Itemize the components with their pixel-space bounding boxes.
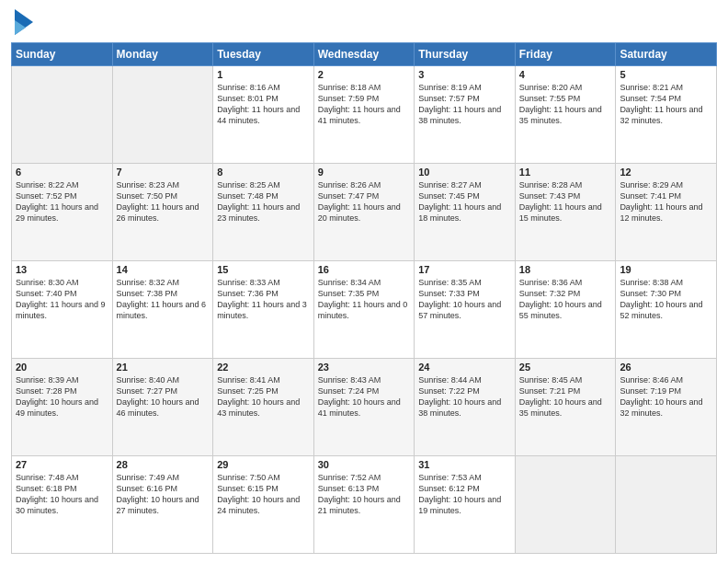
cell-text: Daylight: 10 hours and 38 minutes. [418,396,511,419]
calendar-cell: 16Sunrise: 8:34 AMSunset: 7:35 PMDayligh… [313,261,415,359]
calendar-cell: 14Sunrise: 8:32 AMSunset: 7:38 PMDayligh… [112,261,213,359]
cell-text: Sunset: 7:41 PM [620,190,712,201]
cell-text: Sunset: 7:35 PM [318,288,411,299]
day-header-friday: Friday [515,43,616,66]
cell-text: Sunrise: 8:20 AM [519,82,612,93]
calendar-cell: 19Sunrise: 8:38 AMSunset: 7:30 PMDayligh… [616,261,717,359]
cell-text: Daylight: 11 hours and 29 minutes. [16,201,108,224]
calendar-cell: 10Sunrise: 8:27 AMSunset: 7:45 PMDayligh… [415,164,516,261]
cell-text: Sunset: 6:13 PM [318,483,411,494]
calendar-cell: 2Sunrise: 8:18 AMSunset: 7:59 PMDaylight… [313,66,415,164]
calendar-cell [12,66,113,164]
cell-text: Sunset: 7:59 PM [318,93,411,104]
cell-text: Sunset: 7:43 PM [519,190,612,201]
cell-text: Daylight: 10 hours and 46 minutes. [117,396,210,419]
day-number: 20 [16,362,108,373]
cell-text: Daylight: 10 hours and 57 minutes. [418,299,511,321]
calendar-cell: 23Sunrise: 8:43 AMSunset: 7:24 PMDayligh… [313,359,415,456]
day-number: 15 [217,264,310,275]
calendar-cell: 13Sunrise: 8:30 AMSunset: 7:40 PMDayligh… [12,261,113,359]
cell-text: Sunrise: 8:33 AM [217,277,310,288]
day-number: 19 [620,264,712,275]
cell-text: Sunrise: 7:53 AM [418,472,511,483]
cell-text: Sunset: 7:32 PM [519,288,612,299]
cell-text: Daylight: 11 hours and 41 minutes. [318,104,411,126]
cell-text: Sunrise: 7:48 AM [16,472,108,483]
cell-text: Daylight: 11 hours and 12 minutes. [620,201,712,224]
cell-text: Sunset: 7:45 PM [418,190,511,201]
day-number: 1 [217,69,310,80]
day-header-monday: Monday [112,43,213,66]
cell-text: Daylight: 11 hours and 18 minutes. [418,201,511,224]
calendar-cell: 9Sunrise: 8:26 AMSunset: 7:47 PMDaylight… [313,164,415,261]
calendar-cell: 31Sunrise: 7:53 AMSunset: 6:12 PMDayligh… [415,456,516,554]
cell-text: Sunset: 7:36 PM [217,288,310,299]
cell-text: Daylight: 11 hours and 44 minutes. [217,104,310,126]
day-number: 8 [217,167,310,178]
day-number: 21 [117,362,210,373]
day-number: 29 [217,459,310,470]
calendar-cell: 7Sunrise: 8:23 AMSunset: 7:50 PMDaylight… [112,164,213,261]
calendar-cell [112,66,213,164]
cell-text: Sunset: 7:22 PM [418,385,511,396]
cell-text: Sunset: 7:21 PM [519,385,612,396]
cell-text: Sunrise: 8:43 AM [318,374,411,385]
cell-text: Daylight: 11 hours and 26 minutes. [117,201,210,224]
calendar-week-4: 20Sunrise: 8:39 AMSunset: 7:28 PMDayligh… [12,359,717,456]
cell-text: Sunset: 6:12 PM [418,483,511,494]
cell-text: Sunset: 6:18 PM [16,483,108,494]
cell-text: Sunrise: 7:50 AM [217,472,310,483]
day-number: 14 [117,264,210,275]
day-number: 11 [519,167,612,178]
day-header-thursday: Thursday [415,43,516,66]
cell-text: Daylight: 11 hours and 38 minutes. [418,104,511,126]
day-number: 25 [519,362,612,373]
day-header-sunday: Sunday [12,43,113,66]
cell-text: Sunset: 7:55 PM [519,93,612,104]
cell-text: Daylight: 10 hours and 55 minutes. [519,299,612,321]
day-number: 4 [519,69,612,80]
cell-text: Sunrise: 7:52 AM [318,472,411,483]
cell-text: Sunrise: 8:28 AM [519,179,612,190]
cell-text: Sunrise: 8:25 AM [217,179,310,190]
cell-text: Daylight: 11 hours and 3 minutes. [217,299,310,321]
cell-text: Sunset: 7:48 PM [217,190,310,201]
cell-text: Sunset: 8:01 PM [217,93,310,104]
cell-text: Daylight: 10 hours and 30 minutes. [16,494,108,516]
cell-text: Sunrise: 8:38 AM [620,277,712,288]
calendar-cell: 12Sunrise: 8:29 AMSunset: 7:41 PMDayligh… [616,164,717,261]
cell-text: Sunrise: 8:40 AM [117,374,210,385]
calendar-cell: 1Sunrise: 8:16 AMSunset: 8:01 PMDaylight… [213,66,314,164]
cell-text: Daylight: 10 hours and 32 minutes. [620,396,712,419]
cell-text: Sunset: 7:57 PM [418,93,511,104]
cell-text: Sunset: 7:30 PM [620,288,712,299]
cell-text: Sunrise: 8:16 AM [217,82,310,93]
calendar-week-1: 1Sunrise: 8:16 AMSunset: 8:01 PMDaylight… [12,66,717,164]
cell-text: Sunset: 7:40 PM [16,288,108,299]
day-number: 24 [418,362,511,373]
day-number: 28 [117,459,210,470]
cell-text: Daylight: 11 hours and 15 minutes. [519,201,612,224]
cell-text: Sunset: 6:16 PM [117,483,210,494]
day-number: 22 [217,362,310,373]
day-number: 12 [620,167,712,178]
cell-text: Sunset: 7:24 PM [318,385,411,396]
cell-text: Daylight: 10 hours and 35 minutes. [519,396,612,419]
cell-text: Daylight: 11 hours and 6 minutes. [117,299,210,321]
day-number: 27 [16,459,108,470]
day-number: 23 [318,362,411,373]
cell-text: Sunset: 7:28 PM [16,385,108,396]
calendar-cell: 22Sunrise: 8:41 AMSunset: 7:25 PMDayligh… [213,359,314,456]
day-number: 6 [16,167,108,178]
cell-text: Sunrise: 8:29 AM [620,179,712,190]
header [11,9,717,35]
cell-text: Sunrise: 8:19 AM [418,82,511,93]
cell-text: Daylight: 10 hours and 21 minutes. [318,494,411,516]
cell-text: Sunrise: 8:36 AM [519,277,612,288]
cell-text: Daylight: 10 hours and 19 minutes. [418,494,511,516]
cell-text: Sunrise: 8:18 AM [318,82,411,93]
day-header-saturday: Saturday [616,43,717,66]
calendar-cell: 3Sunrise: 8:19 AMSunset: 7:57 PMDaylight… [415,66,516,164]
calendar-cell: 11Sunrise: 8:28 AMSunset: 7:43 PMDayligh… [515,164,616,261]
cell-text: Daylight: 10 hours and 49 minutes. [16,396,108,419]
